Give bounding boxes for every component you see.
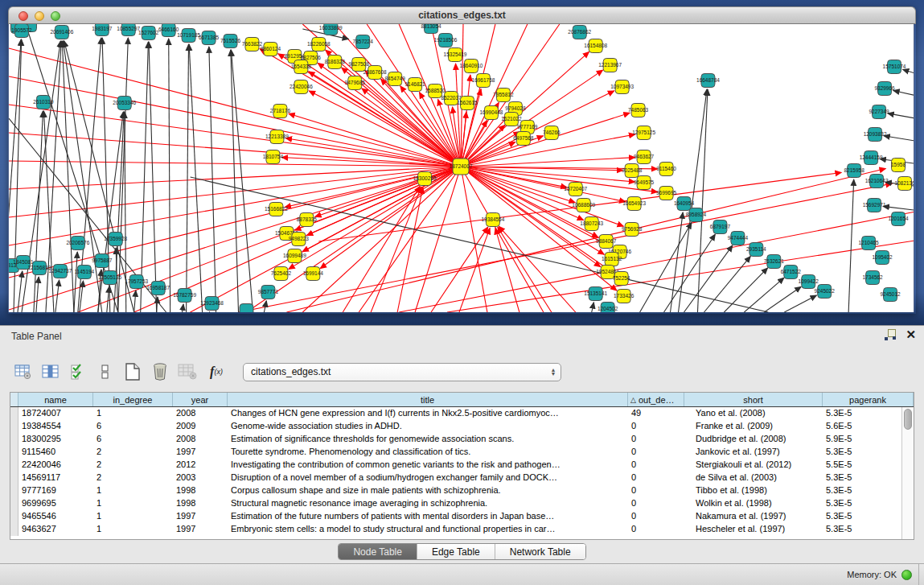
graph-node-label: 10688609 [572, 202, 595, 208]
graph-node-label: 1095402 [872, 254, 893, 260]
citation-edge-red [315, 167, 461, 216]
close-panel-icon[interactable]: ✕ [906, 329, 916, 340]
graph-node-label: 18724007 [450, 163, 473, 169]
citation-network-graph[interactable]: 1905572206914061983197108552971527602646… [9, 24, 914, 312]
column-header-pagerank[interactable]: pagerank [823, 393, 914, 406]
cell: 5.3E-5 [823, 523, 901, 536]
table-row[interactable]: 946554611997Estimation of the future num… [10, 510, 901, 523]
cell: 18724007 [18, 407, 93, 420]
cell: Disruption of a novel member of a sodium… [228, 472, 628, 484]
tab-network-table[interactable]: Network Table [495, 544, 585, 559]
scrollbar-thumb[interactable] [904, 409, 912, 430]
cell: 1997 [173, 510, 228, 523]
graph-node-label: 2935114 [746, 246, 766, 252]
table-row[interactable]: 1830029562008Estimation of significance … [10, 433, 901, 446]
graph-node-label: 18640910 [460, 63, 483, 68]
graph-node-label: 16033809 [319, 25, 343, 31]
tab-edge-table[interactable]: Edge Table [417, 544, 495, 559]
row-gutter [10, 510, 18, 523]
citation-edge-black [724, 268, 767, 312]
table-row[interactable]: 1456911722003Disruption of a novel membe… [10, 472, 901, 484]
table-row[interactable]: 911546021997Tourette syndrome. Phenomeno… [10, 446, 901, 459]
cell: 2 [93, 446, 173, 459]
graph-node-label: 12444159 [860, 154, 883, 160]
network-view-canvas[interactable]: 1905572206914061983197108552971527602646… [8, 24, 914, 312]
table-select-value: citations_edges.txt [251, 366, 546, 377]
memory-ok-indicator[interactable] [901, 570, 912, 580]
function-builder-icon[interactable]: f(x) [204, 360, 228, 384]
column-header-label: name [44, 395, 67, 405]
citation-edge-red [461, 167, 567, 187]
citation-edge-black [43, 111, 53, 312]
citation-edge-red [343, 186, 420, 312]
create-column-icon[interactable] [121, 360, 145, 384]
citation-edge-black [183, 304, 183, 312]
float-panel-icon[interactable] [885, 329, 896, 340]
table-row[interactable]: 946362711997Embryonic stem cells: a mode… [10, 523, 901, 536]
cell: Investigating the contribution of common… [228, 459, 628, 472]
graph-node-label: 9227349 [869, 109, 889, 114]
table-header-row: namein_degreeyeartitle△out_de…shortpager… [10, 393, 914, 407]
graph-node-label: 16782759 [173, 292, 196, 298]
graph-node-label: 1621022 [501, 116, 522, 122]
graph-node-label: 752254 [613, 275, 630, 281]
column-header-label: in_degree [113, 395, 153, 405]
delete-table-icon[interactable] [175, 360, 199, 384]
graph-node-label: 2718176 [270, 108, 291, 113]
graph-node-label: 8813054 [421, 24, 441, 29]
network-window[interactable]: citations_edges.txt 19055722069140619831… [8, 6, 916, 314]
cell: 1998 [173, 497, 228, 510]
cell: 5.3E-5 [823, 497, 901, 510]
table-row[interactable]: 969969511998Structural magnetic resonanc… [10, 497, 901, 510]
cell: 0 [628, 510, 684, 523]
cell: Hescheler et al. (1997) [684, 523, 823, 536]
table-row[interactable]: 977716911998Corpus callosum shape and si… [10, 484, 901, 497]
network-window-titlebar[interactable]: citations_edges.txt [8, 6, 916, 24]
column-header-indegree[interactable]: in_degree [93, 393, 173, 406]
graph-node-label: 9975887 [92, 257, 113, 263]
tab-node-table[interactable]: Node Table [339, 544, 417, 559]
cell: 18300295 [18, 433, 93, 446]
graph-node-label: 1204502 [598, 306, 618, 311]
column-header-label: short [743, 395, 762, 405]
cell: 5.5E-5 [823, 459, 901, 472]
graph-node-label: 9025488 [622, 167, 643, 173]
column-header-name[interactable]: name [18, 393, 93, 406]
show-column-icon[interactable] [39, 360, 63, 384]
table-rows: 1872400712008Changes of HCN gene express… [10, 407, 901, 539]
memory-status-label: Memory: OK [847, 570, 897, 579]
graph-node-label: 16990448 [480, 109, 503, 115]
column-header-short[interactable]: short [684, 393, 823, 406]
delete-column-icon[interactable] [148, 360, 172, 384]
table-row[interactable]: 1938455462009Genome-wide association stu… [10, 420, 901, 433]
graph-node-label: 15166822 [265, 206, 288, 212]
column-management-icon[interactable] [11, 360, 35, 384]
table-scrollbar[interactable] [901, 407, 914, 539]
graph-node-label: 6879197 [710, 224, 731, 229]
graph-node-label: 10973493 [610, 84, 634, 89]
table-select-dropdown[interactable]: citations_edges.txt ▲▼ [243, 363, 561, 381]
row-height-icon[interactable] [93, 360, 117, 384]
table-row[interactable]: 2242004622012Investigating the contribut… [10, 459, 901, 472]
graph-node-label: 12156819 [28, 265, 51, 270]
table-row[interactable]: 1872400712008Changes of HCN gene express… [10, 407, 901, 420]
graph-node-label: 1588520 [425, 88, 446, 93]
citation-edge-black [157, 297, 158, 312]
graph-node-label: 8186328 [325, 59, 346, 64]
graph-node-label: 15325419 [444, 51, 467, 57]
select-columns-icon[interactable] [66, 360, 90, 384]
node-table: namein_degreeyeartitle△out_de…shortpager… [10, 392, 914, 540]
row-gutter [10, 523, 18, 536]
graph-node-label: 20691406 [50, 29, 73, 35]
column-header-year[interactable]: year [173, 393, 228, 406]
column-header-outde[interactable]: △out_de… [628, 393, 684, 406]
graph-node-cyan[interactable] [240, 304, 253, 313]
graph-node-label: 9884067 [596, 238, 617, 244]
citation-edge-black [784, 295, 816, 312]
column-header-title[interactable]: title [228, 393, 628, 406]
cell: 9699695 [18, 497, 93, 510]
graph-node-label: 1082136 [894, 180, 914, 186]
graph-node-label: 1099422 [799, 278, 819, 284]
graph-node-label: 15751074 [883, 64, 906, 69]
citation-edge-black [671, 212, 684, 312]
